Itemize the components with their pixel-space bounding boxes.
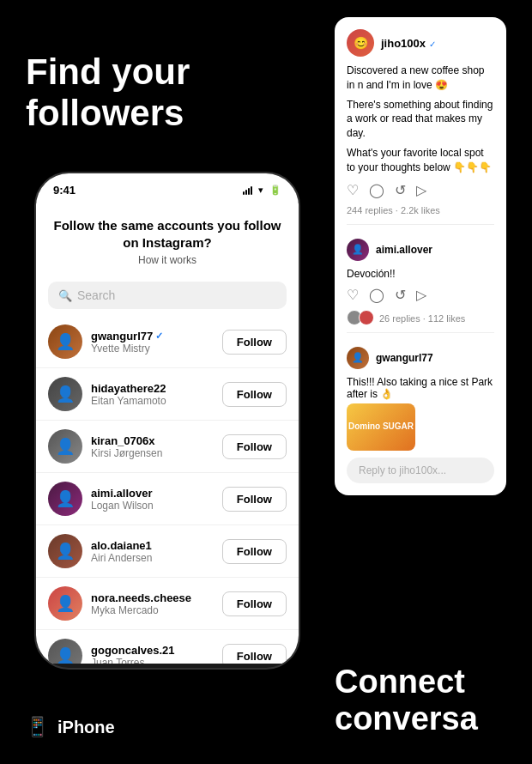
comment2-avatar: 👤 [347, 347, 369, 369]
comment1-username: aimi.allover [376, 244, 432, 256]
user-avatar: 👤 [48, 429, 82, 464]
comment1-share-icon[interactable]: ▷ [416, 287, 426, 303]
like-icon[interactable]: ♡ [347, 182, 359, 198]
status-bar: 9:41 ▾ 🔋 [36, 173, 299, 203]
search-bar[interactable]: 🔍 Search [48, 282, 287, 309]
user-info: gogoncalves.21Juan Torres [91, 644, 222, 664]
thread-username[interactable]: jiho100x [381, 37, 426, 50]
follow-button[interactable]: Follow [222, 644, 287, 664]
thread-post3: What's your favorite local spot to your … [347, 146, 494, 175]
user-info: nora.needs.cheeseMyka Mercado [91, 591, 222, 616]
follow-button[interactable]: Follow [222, 539, 287, 564]
thread-post-user-row: 😊 jiho100x ✓ [347, 29, 494, 57]
main-layout: Find your followers 9:41 ▾ 🔋 [0, 0, 532, 764]
phone-device-icon: 📱 [26, 716, 49, 738]
follow-button[interactable]: Follow [222, 591, 287, 616]
thread-post2: There's something about finding a work o… [347, 98, 494, 141]
realname-label: Yvette Mistry [91, 343, 222, 355]
comment-icon[interactable]: ◯ [369, 182, 384, 198]
user-info: hidayathere22Eitan Yamamoto [91, 382, 222, 407]
battery-icon: 🔋 [269, 185, 281, 196]
user-row: 👤aimi.alloverLogan WilsonFollow [36, 473, 299, 525]
phone-subtitle[interactable]: How it works [53, 254, 281, 266]
comment1-like-icon[interactable]: ♡ [347, 287, 359, 303]
comment1: 👤 aimi.allover Devoción!! ♡ ◯ ↺ ▷ 26 rep… [347, 232, 494, 325]
comment1-text: Devoción!! [347, 268, 494, 280]
repost-icon[interactable]: ↺ [395, 182, 406, 198]
user-row: 👤alo.daiane1Airi AndersenFollow [36, 525, 299, 578]
follow-button[interactable]: Follow [222, 330, 287, 355]
search-placeholder: Search [77, 288, 115, 302]
phone-title: Follow the same accounts you follow on I… [53, 217, 281, 251]
comment1-user-row: 👤 aimi.allover [347, 239, 494, 261]
username-label: gwangurl77 ✓ [91, 330, 222, 343]
comment1-comment-icon[interactable]: ◯ [369, 287, 384, 303]
user-info: kiran_0706xKirsi Jørgensen [91, 434, 222, 459]
username-label: alo.daiane1 [91, 539, 222, 552]
comment1-actions: ♡ ◯ ↺ ▷ [347, 287, 494, 303]
left-panel: Find your followers 9:41 ▾ 🔋 [0, 0, 335, 764]
realname-label: Logan Wilson [91, 500, 222, 512]
phone-inner: Follow the same accounts you follow on I… [36, 203, 299, 664]
user-avatar: 👤 [48, 482, 82, 516]
user-avatar: 👤 [48, 324, 82, 359]
comment2-image: Domino SUGAR [347, 403, 415, 451]
image-text: Domino SUGAR [348, 421, 414, 432]
follow-button[interactable]: Follow [222, 487, 287, 512]
user-avatar: 👤 [48, 534, 82, 568]
username-label: gogoncalves.21 [91, 644, 222, 657]
user-row: 👤nora.needs.cheeseMyka MercadoFollow [36, 578, 299, 630]
right-panel: 😊 jiho100x ✓ Discovered a new coffee sho… [335, 0, 532, 764]
phone-header: Follow the same accounts you follow on I… [36, 203, 299, 275]
thread-avatar: 😊 [347, 29, 374, 57]
user-info: alo.daiane1Airi Andersen [91, 539, 222, 564]
phone-mockup: 9:41 ▾ 🔋 Follow the same accounts you fo… [34, 172, 300, 670]
thread-actions: ♡ ◯ ↺ ▷ [347, 182, 494, 198]
reply-mini-avatar-2 [359, 310, 374, 325]
thread-post1: Discovered a new coffee shop in n and I'… [347, 64, 494, 93]
iphone-text: iPhone [57, 718, 115, 737]
share-icon[interactable]: ▷ [416, 182, 426, 198]
realname-label: Juan Torres [91, 657, 222, 664]
reply-input[interactable]: Reply to jiho100x... [347, 458, 494, 483]
user-info: gwangurl77 ✓Yvette Mistry [91, 330, 222, 355]
wifi-icon: ▾ [258, 185, 263, 196]
comment1-repost-icon[interactable]: ↺ [395, 287, 406, 303]
user-row: 👤hidayathere22Eitan YamamotoFollow [36, 368, 299, 421]
realname-label: Eitan Yamamoto [91, 395, 222, 407]
verified-badge: ✓ [155, 330, 163, 342]
user-avatar: 👤 [48, 639, 82, 664]
thread-divider [347, 224, 494, 225]
thread-username-area: jiho100x ✓ [381, 35, 436, 51]
user-row: 👤gwangurl77 ✓Yvette MistryFollow [36, 316, 299, 368]
realname-label: Airi Andersen [91, 552, 222, 564]
user-list: 👤gwangurl77 ✓Yvette MistryFollow👤hidayat… [36, 316, 299, 664]
phone-status-icons: ▾ 🔋 [243, 185, 281, 196]
comment1-divider [347, 332, 494, 333]
comment2-text: This!!! Also taking a nice st Park after… [347, 376, 494, 400]
headline: Find your followers [26, 52, 266, 135]
reply-avatars [347, 310, 374, 325]
username-label: kiran_0706x [91, 434, 222, 447]
follow-button[interactable]: Follow [222, 382, 287, 407]
thread-stats1: 244 replies · 2.2k likes [347, 205, 494, 215]
signal-icon [243, 186, 252, 195]
user-info: aimi.alloverLogan Wilson [91, 487, 222, 512]
thread-card: 😊 jiho100x ✓ Discovered a new coffee sho… [335, 17, 506, 495]
connect-section: Connect conversa [335, 664, 532, 738]
follow-button[interactable]: Follow [222, 434, 287, 459]
verified-icon: ✓ [429, 39, 436, 49]
iphone-label-area: 📱 iPhone [26, 716, 115, 738]
user-avatar: 👤 [48, 377, 82, 411]
realname-label: Myka Mercado [91, 604, 222, 616]
comment1-reply-section: 26 replies · 112 likes [347, 310, 494, 325]
comment2: 👤 gwangurl77 This!!! Also taking a nice … [347, 340, 494, 451]
connect-text: Connect conversa [335, 664, 532, 738]
user-row: 👤kiran_0706xKirsi JørgensenFollow [36, 421, 299, 473]
search-icon: 🔍 [58, 289, 72, 302]
comment1-stats: 26 replies · 112 likes [379, 313, 465, 324]
comment2-user-row: 👤 gwangurl77 [347, 347, 494, 369]
user-row: 👤gogoncalves.21Juan TorresFollow [36, 630, 299, 664]
user-avatar: 👤 [48, 586, 82, 621]
username-label: nora.needs.cheese [91, 591, 222, 604]
